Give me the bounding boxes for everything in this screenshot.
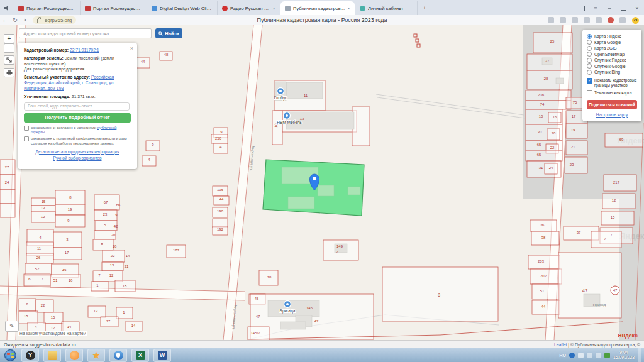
search-input[interactable]: Адрес или кадастровый номер участка	[19, 28, 152, 38]
show-desktop-button[interactable]	[638, 348, 641, 362]
back-button[interactable]: ←	[0, 17, 10, 23]
downloads-badge[interactable]: 21	[632, 17, 639, 24]
draw-selection-button[interactable]: ✎	[5, 321, 19, 332]
tab-sound-button[interactable]	[0, 1, 14, 15]
base-layer-option-1[interactable]: Карта Google	[587, 40, 637, 46]
taskbar-word[interactable]: W	[153, 349, 171, 362]
volume-icon[interactable]	[587, 353, 592, 358]
parcel-outline[interactable]	[601, 211, 634, 225]
base-layer-option-2[interactable]: Карта 2GIS	[587, 45, 637, 52]
tab-close-icon[interactable]: ×	[347, 6, 350, 11]
parcel-outline[interactable]	[24, 274, 50, 286]
start-button[interactable]	[4, 349, 16, 361]
window-minimize-button[interactable]: –	[602, 1, 616, 15]
share-link-button[interactable]: Поделиться ссылкой	[587, 100, 637, 109]
window-restore-button[interactable]	[616, 1, 630, 15]
leaflet-link[interactable]: Leaflet	[554, 343, 567, 347]
window-close-button[interactable]: ×	[630, 1, 644, 15]
tray-yandex-icon[interactable]	[569, 353, 575, 358]
report-details-link[interactable]: Детали отчета и юридическая информация	[36, 150, 119, 154]
tray-hidden-icons[interactable]	[578, 353, 584, 358]
base-layer-option-6[interactable]: Спутник Bing	[587, 69, 637, 75]
parcel-outline[interactable]	[532, 300, 560, 314]
profile-icon[interactable]	[619, 17, 626, 23]
parcel-outline[interactable]	[55, 215, 85, 227]
tab-personal-account[interactable]: Личный кабинет	[355, 1, 418, 15]
email-input[interactable]: Ваш email, куда отправить отчет	[24, 102, 130, 111]
base-layer-option-5[interactable]: Спутник Google	[587, 63, 637, 70]
taskbar-clock[interactable]: 9:04 15.09.2023	[613, 350, 635, 361]
configure-map-link[interactable]: Настроить карту	[596, 112, 628, 117]
tab-rosim-2[interactable]: Портал Росимущества	[80, 1, 147, 15]
privacy-consent-checkbox[interactable]	[24, 136, 29, 141]
search-button[interactable]: Найти	[155, 28, 182, 38]
taskbar-gosuslugi[interactable]	[109, 349, 127, 362]
parcel-outline[interactable]	[565, 157, 587, 173]
cadastral-number-link[interactable]: 22:71:011702:1	[70, 48, 99, 52]
show-borders-checkbox[interactable]: ✓	[587, 78, 592, 84]
offer-consent-checkbox[interactable]	[24, 126, 29, 131]
parcel-outline[interactable]	[352, 107, 370, 146]
radio-button[interactable]	[587, 40, 592, 45]
parcel-outline[interactable]	[0, 190, 15, 204]
base-layer-option-3[interactable]: OpenStreetMap	[587, 52, 637, 58]
parcel-outline[interactable]	[93, 271, 123, 282]
radio-button[interactable]	[587, 58, 592, 63]
parcel-outline[interactable]	[591, 231, 621, 248]
parcel-outline[interactable]	[605, 133, 643, 147]
print-button[interactable]	[4, 68, 14, 77]
radio-button[interactable]	[587, 46, 592, 51]
tab-cadastral-map-active[interactable]: Публичная кадастров... ×	[280, 1, 355, 15]
get-report-button[interactable]: Получить подробный отчет	[24, 113, 131, 123]
taskbar-amigo[interactable]	[65, 349, 83, 362]
extensions-icon[interactable]	[572, 17, 578, 23]
antivirus-icon[interactable]	[604, 353, 610, 358]
collections-icon[interactable]	[584, 17, 590, 23]
url-field[interactable]: egrp365.org	[33, 16, 76, 24]
language-indicator[interactable]: RU	[559, 353, 566, 358]
stop-button[interactable]: ×	[20, 17, 30, 23]
radio-button[interactable]	[587, 52, 592, 57]
close-icon[interactable]: ×	[130, 45, 133, 53]
parcel-outline[interactable]	[93, 239, 113, 250]
parcel-outline[interactable]	[526, 90, 571, 101]
radio-button[interactable]	[587, 34, 592, 39]
apps-grid-icon[interactable]	[548, 17, 554, 23]
tab-close-icon[interactable]: ×	[272, 6, 275, 11]
parcel-outline[interactable]	[566, 141, 587, 155]
parcel-outline[interactable]	[91, 282, 109, 291]
parcel-outline[interactable]	[566, 123, 587, 138]
parcel-outline[interactable]	[527, 70, 572, 89]
base-layer-option-4[interactable]: Спутник Яндекс	[587, 57, 637, 63]
side-panel-icon[interactable]	[575, 1, 589, 15]
manual-choice-link[interactable]: Ручной выбор вариантов	[53, 156, 101, 160]
zoom-in-button[interactable]: +	[4, 34, 14, 43]
reload-button[interactable]: ↻	[10, 17, 20, 23]
parcel-outline[interactable]	[558, 253, 621, 318]
parcel-outline[interactable]	[526, 150, 562, 161]
headset-icon[interactable]	[560, 17, 566, 23]
zoom-out-button[interactable]: −	[4, 43, 14, 53]
browser-menu-icon[interactable]: ≡	[589, 1, 602, 15]
radio-button[interactable]	[587, 70, 592, 75]
parcel-outline[interactable]	[604, 175, 636, 191]
parcel-outline[interactable]	[532, 284, 560, 299]
radio-button[interactable]	[587, 63, 592, 69]
fullscreen-button[interactable]	[4, 55, 14, 65]
base-layer-option-0[interactable]: Карта Яндекс	[587, 33, 637, 40]
tab-rosim-1[interactable]: Портал Росимущества	[14, 1, 80, 15]
taskbar-star-browser[interactable]: ★	[87, 349, 105, 362]
parcel-outline[interactable]	[19, 311, 38, 324]
thematic-map-checkbox[interactable]	[587, 90, 592, 96]
parcel-outline[interactable]	[526, 101, 571, 109]
taskbar-explorer[interactable]	[43, 349, 61, 362]
bookmark-icon[interactable]	[596, 17, 602, 23]
tab-digital-design[interactable]: Digital Design Web Client	[147, 1, 218, 15]
taskbar-excel[interactable]: X	[131, 349, 149, 362]
tab-radio[interactable]: Радио Русская Волн... ×	[218, 1, 280, 15]
new-tab-button[interactable]: +	[418, 1, 431, 15]
alice-icon[interactable]	[608, 17, 614, 23]
network-icon[interactable]	[596, 353, 601, 358]
parcel-outline[interactable]	[0, 204, 15, 217]
parcel-outline[interactable]	[602, 194, 635, 209]
